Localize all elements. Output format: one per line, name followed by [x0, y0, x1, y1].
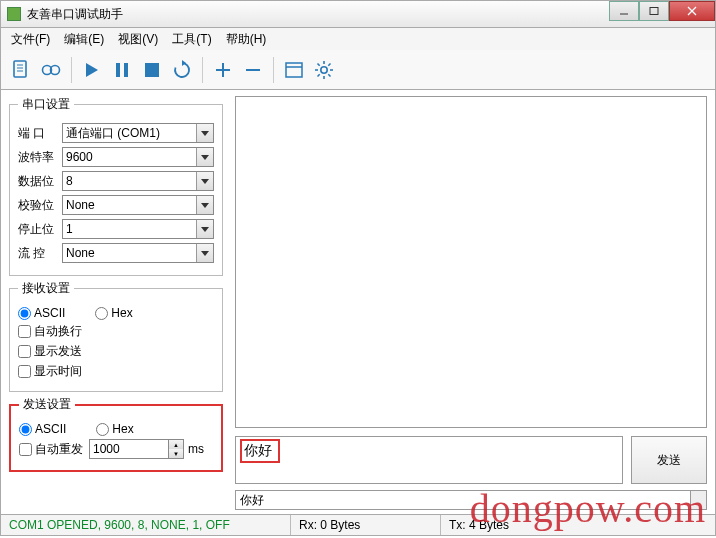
- autorepeat-checkbox[interactable]: 自动重发: [19, 441, 83, 458]
- serial-legend: 串口设置: [18, 96, 74, 113]
- left-panel: 串口设置 端 口 通信端口 (COM1) 波特率 9600 数据位 8 校验位 …: [1, 90, 231, 514]
- stopbits-combo[interactable]: 1: [62, 219, 214, 239]
- send-ascii-radio[interactable]: ASCII: [19, 422, 66, 436]
- svg-marker-29: [201, 131, 209, 136]
- baud-label: 波特率: [18, 149, 62, 166]
- close-button[interactable]: [669, 1, 715, 21]
- receive-settings-group: 接收设置 ASCII Hex 自动换行 显示发送 显示时间: [9, 280, 223, 392]
- serial-settings-group: 串口设置 端 口 通信端口 (COM1) 波特率 9600 数据位 8 校验位 …: [9, 96, 223, 276]
- toolbar-separator: [273, 57, 274, 83]
- pause-icon[interactable]: [108, 55, 136, 85]
- minus-icon[interactable]: [239, 55, 267, 85]
- parity-combo[interactable]: None: [62, 195, 214, 215]
- chevron-down-icon[interactable]: [196, 196, 213, 214]
- menu-file[interactable]: 文件(F): [5, 29, 56, 50]
- echo-output[interactable]: 你好: [235, 490, 691, 510]
- recv-ascii-radio[interactable]: ASCII: [18, 306, 65, 320]
- chevron-down-icon[interactable]: [196, 172, 213, 190]
- baud-combo[interactable]: 9600: [62, 147, 214, 167]
- menu-help[interactable]: 帮助(H): [220, 29, 273, 50]
- svg-rect-12: [124, 63, 128, 77]
- svg-line-28: [328, 63, 330, 65]
- window-title: 友善串口调试助手: [27, 6, 123, 23]
- svg-line-26: [328, 74, 330, 76]
- svg-point-20: [321, 66, 327, 72]
- stopbits-label: 停止位: [18, 221, 62, 238]
- interval-unit: ms: [188, 442, 204, 456]
- svg-marker-30: [201, 155, 209, 160]
- new-icon[interactable]: [7, 55, 35, 85]
- title-bar: 友善串口调试助手: [0, 0, 716, 28]
- svg-rect-11: [116, 63, 120, 77]
- receive-textarea[interactable]: [235, 96, 707, 428]
- plus-icon[interactable]: [209, 55, 237, 85]
- svg-marker-14: [182, 60, 186, 66]
- send-hex-radio[interactable]: Hex: [96, 422, 133, 436]
- flow-combo[interactable]: None: [62, 243, 214, 263]
- status-bar: COM1 OPENED, 9600, 8, NONE, 1, OFF Rx: 0…: [0, 514, 716, 536]
- parity-label: 校验位: [18, 197, 62, 214]
- svg-marker-34: [201, 251, 209, 256]
- flow-label: 流 控: [18, 245, 62, 262]
- toolbar: [0, 50, 716, 90]
- chevron-up-icon[interactable]: ▲: [169, 440, 183, 449]
- svg-rect-1: [650, 8, 658, 15]
- record-icon[interactable]: [37, 55, 65, 85]
- svg-line-25: [318, 63, 320, 65]
- window-icon[interactable]: [280, 55, 308, 85]
- minimize-button[interactable]: [609, 1, 639, 21]
- chevron-down-icon[interactable]: [196, 148, 213, 166]
- maximize-button[interactable]: [639, 1, 669, 21]
- svg-marker-33: [201, 227, 209, 232]
- toolbar-separator: [71, 57, 72, 83]
- status-connection: COM1 OPENED, 9600, 8, NONE, 1, OFF: [1, 515, 291, 535]
- databits-combo[interactable]: 8: [62, 171, 214, 191]
- svg-marker-31: [201, 179, 209, 184]
- databits-label: 数据位: [18, 173, 62, 190]
- svg-rect-18: [286, 63, 302, 77]
- autowrap-checkbox[interactable]: 自动换行: [18, 323, 82, 340]
- send-textarea[interactable]: 你好: [235, 436, 623, 484]
- svg-marker-10: [86, 63, 98, 77]
- send-legend: 发送设置: [19, 396, 75, 413]
- scrollbar[interactable]: [691, 490, 707, 510]
- chevron-down-icon[interactable]: [196, 220, 213, 238]
- interval-spinner[interactable]: ▲▼: [169, 439, 184, 459]
- svg-line-27: [318, 74, 320, 76]
- status-tx: Tx: 4 Bytes: [441, 515, 517, 535]
- recv-hex-radio[interactable]: Hex: [95, 306, 132, 320]
- menu-edit[interactable]: 编辑(E): [58, 29, 110, 50]
- gear-icon[interactable]: [310, 55, 338, 85]
- chevron-down-icon[interactable]: ▼: [169, 449, 183, 458]
- port-combo[interactable]: 通信端口 (COM1): [62, 123, 214, 143]
- showsend-checkbox[interactable]: 显示发送: [18, 343, 82, 360]
- right-panel: 你好 发送 你好: [231, 90, 715, 514]
- send-button[interactable]: 发送: [631, 436, 707, 484]
- showtime-checkbox[interactable]: 显示时间: [18, 363, 82, 380]
- refresh-icon[interactable]: [168, 55, 196, 85]
- send-settings-group: 发送设置 ASCII Hex 自动重发 ▲▼ ms: [9, 396, 223, 472]
- port-label: 端 口: [18, 125, 62, 142]
- svg-rect-13: [145, 63, 159, 77]
- play-icon[interactable]: [78, 55, 106, 85]
- svg-marker-32: [201, 203, 209, 208]
- toolbar-separator: [202, 57, 203, 83]
- app-icon: [7, 7, 21, 21]
- menu-bar: 文件(F) 编辑(E) 视图(V) 工具(T) 帮助(H): [0, 28, 716, 50]
- send-text-highlight: 你好: [240, 439, 280, 463]
- interval-input[interactable]: [89, 439, 169, 459]
- menu-view[interactable]: 视图(V): [112, 29, 164, 50]
- chevron-down-icon[interactable]: [196, 124, 213, 142]
- svg-rect-4: [14, 61, 26, 77]
- status-rx: Rx: 0 Bytes: [291, 515, 441, 535]
- chevron-down-icon[interactable]: [196, 244, 213, 262]
- menu-tools[interactable]: 工具(T): [166, 29, 217, 50]
- stop-icon[interactable]: [138, 55, 166, 85]
- recv-legend: 接收设置: [18, 280, 74, 297]
